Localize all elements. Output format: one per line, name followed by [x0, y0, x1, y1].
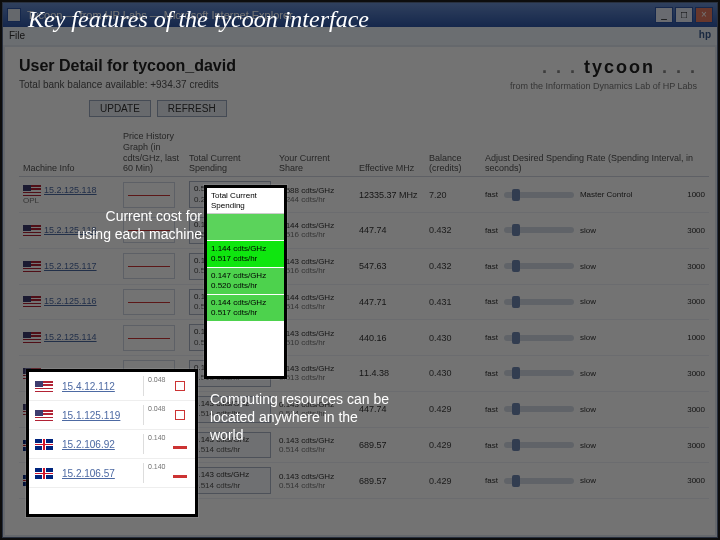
- close-button[interactable]: ×: [695, 7, 713, 23]
- price-highlight-row: 0.144 cdts/GHz0.517 cdts/hr: [207, 295, 284, 322]
- mhz-value: 12335.37 MHz: [355, 177, 425, 213]
- adjust-control[interactable]: fastslow3000: [485, 262, 705, 271]
- adjust-control[interactable]: fastMaster Control1000: [485, 190, 705, 199]
- flag-highlight-row: 15.2.106.570.140: [29, 459, 195, 488]
- adjust-control[interactable]: fastslow3000: [485, 369, 705, 378]
- th-adjust: Adjust Desired Spending Rate (Spending I…: [481, 129, 709, 177]
- host-link[interactable]: 15.4.12.112: [62, 381, 137, 392]
- slider[interactable]: [504, 478, 574, 484]
- host-link[interactable]: 15.2.125.118: [44, 185, 97, 195]
- callout-geo: Computing resources can be located anywh…: [210, 390, 390, 445]
- adjust-control[interactable]: fastslow3000: [485, 476, 705, 485]
- mhz-value: 689.57: [355, 463, 425, 499]
- adjust-control[interactable]: fastslow1000: [485, 333, 705, 342]
- balance-value: 0.432: [425, 212, 481, 248]
- host-link[interactable]: 15.2.125.117: [44, 261, 97, 271]
- th-balance: Balance (credits): [425, 129, 481, 177]
- slider[interactable]: [504, 227, 574, 233]
- flag-icon: [23, 332, 41, 343]
- mini-chart: 0.140: [143, 463, 189, 483]
- adjust-control[interactable]: fastslow3000: [485, 441, 705, 450]
- price-highlight-row: 1.144 cdts/GHz0.517 cdts/hr: [207, 241, 284, 268]
- flag-icon: [23, 225, 41, 236]
- price-highlight-row: [207, 214, 284, 241]
- th-share: Your Current Share: [275, 129, 355, 177]
- slider[interactable]: [504, 192, 574, 198]
- table-row: 15.2.125.1140.143 cdts/GHz0.510 cdts/hr0…: [19, 320, 709, 356]
- adjust-control[interactable]: fastslow3000: [485, 297, 705, 306]
- flag-icon: [23, 185, 41, 196]
- brand-dots: . . .: [542, 57, 577, 77]
- flag-icon: [23, 296, 41, 307]
- callout-price: Current cost for using each machine: [72, 207, 202, 243]
- table-row: 15.2.125.1170.143 cdts/GHz0.516 cdts/hr0…: [19, 248, 709, 284]
- price-history-chart: [123, 289, 175, 315]
- balance-value: 0.429: [425, 427, 481, 463]
- price-history-chart: [123, 182, 175, 208]
- mini-chart: 0.048: [143, 405, 189, 425]
- flag-highlight-row: 15.2.106.920.140: [29, 430, 195, 459]
- flag-icon: [35, 381, 53, 392]
- mhz-value: 447.71: [355, 284, 425, 320]
- slider[interactable]: [504, 335, 574, 341]
- host-link[interactable]: 15.2.125.114: [44, 332, 97, 342]
- th-spend: Total Current Spending: [185, 129, 275, 177]
- adjust-control[interactable]: fastslow3000: [485, 226, 705, 235]
- host-link[interactable]: 15.2.106.92: [62, 439, 137, 450]
- refresh-button[interactable]: REFRESH: [157, 100, 227, 117]
- balance-value: 0.429: [425, 463, 481, 499]
- host-link[interactable]: 15.2.106.57: [62, 468, 137, 479]
- price-highlight-row: 0.147 cdts/GHz0.520 cdts/hr: [207, 268, 284, 295]
- slider[interactable]: [504, 263, 574, 269]
- adjust-control[interactable]: fastslow3000: [485, 405, 705, 414]
- slider[interactable]: [504, 370, 574, 376]
- flag-highlight-row: 15.4.12.1120.048: [29, 372, 195, 401]
- maximize-button[interactable]: □: [675, 7, 693, 23]
- brand-word: tycoon: [577, 57, 662, 77]
- flag-highlight-row: 15.1.125.1190.048: [29, 401, 195, 430]
- highlight-price-column: Total Current Spending 1.144 cdts/GHz0.5…: [204, 185, 287, 379]
- balance-value: 0.431: [425, 284, 481, 320]
- balance-value: 0.432: [425, 248, 481, 284]
- mhz-value: 447.74: [355, 212, 425, 248]
- slider[interactable]: [504, 442, 574, 448]
- flag-icon: [23, 261, 41, 272]
- minimize-button[interactable]: _: [655, 7, 673, 23]
- slider[interactable]: [504, 406, 574, 412]
- price-history-chart: [123, 325, 175, 351]
- th-mhz: Effective MHz: [355, 129, 425, 177]
- flag-icon: [35, 468, 53, 479]
- highlight-flags: 15.4.12.1120.04815.1.125.1190.04815.2.10…: [26, 369, 198, 517]
- brand: . . . tycoon . . .: [542, 57, 697, 78]
- mhz-value: 11.4.38: [355, 356, 425, 392]
- hp-logo: hp: [699, 29, 711, 40]
- host-link[interactable]: 15.2.125.116: [44, 296, 97, 306]
- brand-dots-2: . . .: [662, 57, 697, 77]
- slide-title: Key features of the tycoon interface: [28, 6, 369, 33]
- price-history-chart: [123, 253, 175, 279]
- balance-value: 0.430: [425, 356, 481, 392]
- mhz-value: 547.63: [355, 248, 425, 284]
- ie-icon: [7, 8, 21, 22]
- flag-icon: [35, 410, 53, 421]
- slider[interactable]: [504, 299, 574, 305]
- update-button[interactable]: UPDATE: [89, 100, 151, 117]
- mini-chart: 0.048: [143, 376, 189, 396]
- mhz-value: 440.16: [355, 320, 425, 356]
- balance-value: 0.429: [425, 391, 481, 427]
- th-graph: Price History Graph (in cdts/GHz, last 6…: [119, 129, 185, 177]
- th-machine: Machine Info: [19, 129, 119, 177]
- flag-icon: [35, 439, 53, 450]
- highlight-price-header: Total Current Spending: [207, 188, 284, 214]
- balance-value: 7.20: [425, 177, 481, 213]
- brand-subtitle: from the Information Dynamics Lab of HP …: [510, 81, 697, 91]
- table-row: 15.2.125.1160.144 cdts/GHz0.514 cdts/hr0…: [19, 284, 709, 320]
- spending-box: 0.143 cdts/GHz0.514 cdts/hr: [189, 467, 271, 494]
- balance-value: 0.430: [425, 320, 481, 356]
- host-link[interactable]: 15.1.125.119: [62, 410, 137, 421]
- mini-chart: 0.140: [143, 434, 189, 454]
